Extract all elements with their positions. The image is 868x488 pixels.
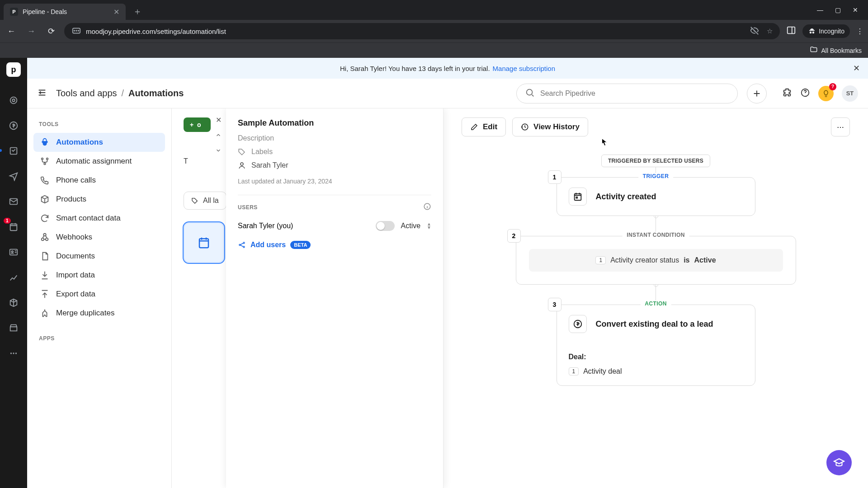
- rail-mail-icon[interactable]: [5, 193, 22, 210]
- browser-tab[interactable]: P Pipeline - Deals ✕: [4, 4, 126, 20]
- condition-value: Active: [694, 256, 716, 264]
- rail-contacts-icon[interactable]: [5, 244, 22, 260]
- svg-point-30: [243, 246, 245, 248]
- labels-row[interactable]: Labels: [238, 148, 431, 156]
- sidebar-item-merge-duplicates[interactable]: Merge duplicates: [33, 304, 165, 323]
- address-bar[interactable]: ☆: [64, 23, 780, 39]
- search-icon: [525, 88, 535, 99]
- add-users-button[interactable]: Add users BETA: [238, 241, 311, 249]
- svg-point-19: [42, 158, 43, 160]
- sidebar-item-automatic-assignment[interactable]: Automatic assignment: [33, 152, 165, 171]
- extensions-icon[interactable]: [782, 88, 792, 99]
- labels-filter-chip[interactable]: All la: [184, 192, 226, 210]
- global-search[interactable]: [516, 84, 738, 103]
- condition-ref-badge: 1: [595, 256, 606, 264]
- condition-node[interactable]: 2 INSTANT CONDITION 1 Activity creator s…: [516, 236, 796, 285]
- tag-icon: [238, 148, 246, 156]
- users-info-icon[interactable]: [423, 202, 431, 212]
- rail-focus-icon[interactable]: [5, 92, 22, 108]
- browser-menu-icon[interactable]: ⋮: [856, 27, 863, 36]
- browser-back-button[interactable]: ←: [5, 24, 18, 38]
- canvas-more-button[interactable]: ⋯: [831, 117, 850, 136]
- bookmark-star-icon[interactable]: ☆: [767, 27, 773, 35]
- collapse-sidebar-icon[interactable]: [37, 88, 47, 99]
- panel-next-button[interactable]: [212, 144, 225, 157]
- rail-campaigns-icon[interactable]: [5, 168, 22, 184]
- step-number: 2: [507, 229, 521, 243]
- manage-subscription-link[interactable]: Manage subscription: [493, 65, 555, 72]
- sidebar-item-export-data[interactable]: Export data: [33, 285, 165, 304]
- owner-row: Sarah Tyler: [238, 161, 431, 169]
- page-header: Tools and apps / Automations ? ST: [27, 79, 868, 108]
- side-panel-icon[interactable]: [786, 25, 796, 37]
- sidebar-item-smart-contact-data[interactable]: Smart contact data: [33, 209, 165, 228]
- view-history-button[interactable]: View History: [512, 117, 588, 136]
- help-icon[interactable]: [800, 88, 810, 99]
- breadcrumb-root[interactable]: Tools and apps: [56, 88, 117, 99]
- sidebar-item-automations[interactable]: Automations: [33, 133, 165, 152]
- edit-button[interactable]: Edit: [462, 117, 506, 136]
- main-area: + o T All la ✕: [172, 108, 868, 488]
- new-automation-button[interactable]: + o: [184, 117, 211, 132]
- trigger-title: Activity created: [596, 192, 656, 202]
- new-tab-button[interactable]: ＋: [129, 4, 146, 19]
- rail-insights-icon[interactable]: [5, 269, 22, 286]
- window-maximize-icon[interactable]: ▢: [835, 6, 841, 14]
- rail-more-icon[interactable]: [5, 345, 22, 361]
- rail-marketplace-icon[interactable]: [5, 320, 22, 336]
- svg-point-1: [76, 30, 77, 31]
- rail-products-icon[interactable]: [5, 295, 22, 311]
- assistant-badge: ?: [829, 83, 836, 90]
- site-info-icon[interactable]: [71, 26, 81, 37]
- sidebar-section-tools: TOOLS: [33, 121, 165, 133]
- svg-point-17: [527, 89, 533, 95]
- svg-point-6: [10, 97, 17, 104]
- sales-assistant-button[interactable]: ?: [818, 86, 834, 101]
- automation-detail-panel: ✕ Sample Automation Description Labels: [226, 108, 443, 488]
- svg-rect-25: [199, 239, 208, 248]
- action-node[interactable]: 3 ACTION Convert existing deal to a lead…: [557, 305, 755, 386]
- triggered-by-pill: TRIGGERED BY SELECTED USERS: [601, 155, 710, 167]
- description-row[interactable]: Description: [238, 134, 431, 142]
- action-title: Convert existing deal to a lead: [596, 319, 713, 329]
- rail-deals-icon[interactable]: [5, 117, 22, 134]
- user-stepper[interactable]: ▲▼: [427, 222, 431, 230]
- rail-activities-icon[interactable]: [5, 219, 22, 235]
- sidebar-item-phone-calls[interactable]: Phone calls: [33, 171, 165, 190]
- sidebar-item-products[interactable]: Products: [33, 190, 165, 209]
- browser-reload-button[interactable]: ⟳: [44, 24, 58, 38]
- user-avatar[interactable]: ST: [842, 85, 858, 102]
- svg-point-28: [239, 244, 241, 246]
- sidebar-item-import-data[interactable]: Import data: [33, 266, 165, 285]
- automation-card-selected[interactable]: [184, 222, 224, 263]
- svg-point-23: [46, 238, 48, 241]
- app-logo[interactable]: p: [6, 62, 21, 77]
- trigger-node[interactable]: 1 TRIGGER Activity created: [557, 177, 755, 216]
- window-close-icon[interactable]: ✕: [853, 6, 858, 14]
- sidebar-item-webhooks[interactable]: Webhooks: [33, 228, 165, 247]
- banner-close-icon[interactable]: ✕: [853, 63, 860, 73]
- incognito-indicator[interactable]: Incognito: [802, 24, 850, 38]
- visibility-off-icon[interactable]: [750, 26, 760, 37]
- breadcrumb-current: Automations: [128, 88, 184, 99]
- rail-projects-icon[interactable]: [5, 143, 22, 159]
- phone-icon: [40, 175, 50, 185]
- browser-forward-button[interactable]: →: [24, 24, 38, 38]
- tab-close-icon[interactable]: ✕: [113, 8, 119, 16]
- all-bookmarks-link[interactable]: All Bookmarks: [821, 47, 862, 54]
- step-number: 3: [548, 298, 561, 311]
- window-minimize-icon[interactable]: —: [817, 6, 823, 14]
- quick-add-button[interactable]: [747, 84, 767, 103]
- browser-tab-strip: P Pipeline - Deals ✕ ＋ — ▢ ✕: [0, 0, 868, 20]
- sidebar-item-documents[interactable]: Documents: [33, 247, 165, 266]
- pencil-icon: [470, 123, 478, 131]
- cursor-icon: [599, 137, 609, 147]
- merge-icon: [40, 308, 50, 318]
- url-input[interactable]: [86, 28, 745, 35]
- svg-point-2: [78, 30, 79, 31]
- panel-prev-button[interactable]: [212, 128, 225, 142]
- search-input[interactable]: [540, 89, 729, 98]
- user-active-toggle[interactable]: [376, 221, 395, 231]
- panel-close-button[interactable]: ✕: [212, 113, 225, 127]
- learn-fab[interactable]: [826, 450, 852, 475]
